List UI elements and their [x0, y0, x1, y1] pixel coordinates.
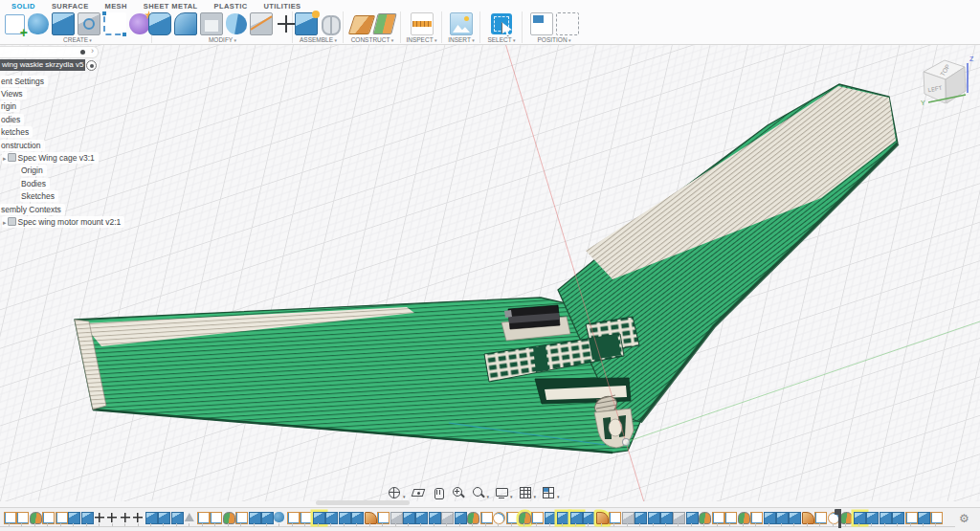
timeline-feature-extrude[interactable] — [403, 512, 415, 524]
timeline-feature-form[interactable] — [699, 512, 711, 524]
browser-item-label[interactable]: ▸Spec wing motor mount v2:1 — [2, 216, 124, 228]
tab-mesh[interactable]: MESH — [105, 2, 127, 11]
tab-solid[interactable]: SOLID — [11, 2, 35, 11]
timeline-feature-extrude[interactable] — [249, 512, 261, 524]
timeline-feature-extrude[interactable] — [918, 512, 930, 524]
toolbar-group-label[interactable]: INSERT — [443, 36, 479, 43]
nav-viewports[interactable]: ▾ — [541, 485, 560, 500]
browser-item-spec-wing-cage-v3-1[interactable]: ▸Spec Wing cage v3:1 — [2, 153, 99, 163]
timeline-feature-sketch[interactable] — [210, 512, 222, 524]
browser-item-rigin[interactable]: rigin — [0, 101, 20, 111]
timeline-feature-extrude[interactable] — [68, 512, 80, 524]
timeline-feature-sketch[interactable] — [235, 512, 248, 524]
nav-zoom[interactable] — [451, 485, 466, 500]
timeline-feature-move[interactable] — [133, 512, 144, 522]
toolbar-group-label[interactable]: MODIFY — [153, 36, 292, 43]
tab-sheet-metal[interactable]: SHEET METAL — [144, 2, 198, 11]
spline-icon[interactable] — [103, 12, 126, 35]
toolbar-group-label[interactable]: SELECT — [481, 36, 522, 43]
timeline-feature-form[interactable] — [467, 512, 479, 524]
chevron-down-icon[interactable]: ▾ — [557, 493, 560, 500]
timeline-feature-fillet[interactable] — [802, 512, 814, 524]
timeline-feature-sketch[interactable] — [930, 512, 943, 524]
revolve-icon[interactable] — [78, 12, 100, 35]
timeline-feature-sketch[interactable] — [609, 512, 621, 524]
timeline-feature-sketch[interactable] — [712, 512, 724, 524]
chevron-down-icon[interactable]: ▾ — [510, 493, 513, 500]
browser-item-onstruction[interactable]: onstruction — [0, 141, 45, 150]
toolbar-group-label[interactable]: POSITION — [523, 36, 585, 43]
chevron-down-icon[interactable]: ▾ — [403, 493, 406, 500]
grid-snaps-icon[interactable] — [518, 485, 533, 500]
timeline-feature-sketch[interactable] — [814, 512, 827, 524]
offset-plane-icon[interactable] — [347, 15, 374, 34]
timeline-feature-extrude[interactable] — [648, 512, 660, 524]
timeline-feature-extrude[interactable] — [261, 512, 274, 524]
press-pull-icon[interactable] — [148, 12, 171, 35]
timeline-feature-sketch[interactable] — [506, 512, 519, 524]
expand-arrow-icon[interactable]: ▸ — [3, 219, 7, 226]
browser-item-label[interactable]: ▸Spec Wing cage v3:1 — [2, 152, 99, 164]
timeline-feature-extrude[interactable] — [339, 512, 351, 524]
timeline-scrollbar[interactable] — [316, 500, 410, 505]
display-settings-icon[interactable] — [494, 485, 509, 500]
timeline-feature-sketch[interactable] — [56, 512, 68, 524]
expand-arrow-icon[interactable]: ▸ — [3, 155, 7, 162]
timeline-feature-sketch[interactable] — [750, 512, 763, 524]
tab-utilities[interactable]: UTILITIES — [264, 2, 301, 11]
timeline-playhead[interactable] — [838, 509, 841, 528]
timeline-feature-extrude[interactable] — [686, 512, 699, 524]
timeline-feature-extrude[interactable] — [776, 512, 789, 524]
timeline-feature-extrude[interactable] — [557, 512, 569, 524]
nav-orbit[interactable]: ▾ — [387, 485, 406, 500]
timeline-feature-extrude[interactable] — [351, 512, 364, 524]
zoom-icon[interactable] — [451, 485, 466, 500]
timeline-feature-extrude[interactable] — [415, 512, 428, 524]
chevron-down-icon[interactable]: ▾ — [487, 493, 490, 500]
browser-item-label[interactable]: odies — [0, 114, 24, 125]
browser-item-label[interactable]: onstruction — [0, 140, 45, 151]
new-component-icon[interactable] — [295, 12, 318, 35]
timeline-feature-fillet[interactable] — [365, 512, 377, 524]
timeline-feature-extrude[interactable] — [880, 512, 892, 524]
browser-item-label[interactable]: ent Settings — [0, 76, 48, 87]
nav-fit[interactable]: ▾ — [471, 485, 490, 500]
timeline-feature-box[interactable] — [622, 512, 635, 524]
chevron-down-icon[interactable]: ▾ — [534, 493, 537, 500]
construction-axis-icon[interactable] — [372, 13, 396, 34]
timeline-feature-box[interactable] — [441, 512, 454, 524]
timeline-feature-extrude[interactable] — [892, 512, 904, 524]
nav-look-at[interactable] — [411, 485, 426, 500]
create-form-icon[interactable] — [129, 13, 150, 34]
viewports-icon[interactable] — [541, 485, 556, 500]
timeline-feature-extrude[interactable] — [764, 512, 776, 524]
timeline-feature-extrude[interactable] — [866, 512, 879, 524]
select-icon[interactable] — [491, 13, 512, 34]
timeline-feature-extrude[interactable] — [145, 512, 158, 524]
timeline-feature-sketch[interactable] — [197, 512, 210, 524]
browser-item-label[interactable]: ketches — [0, 126, 33, 138]
shell-icon[interactable] — [200, 12, 223, 35]
timeline-feature-extrude[interactable] — [313, 512, 325, 524]
timeline-feature-move[interactable] — [107, 512, 118, 522]
timeline-feature-form[interactable] — [519, 512, 531, 524]
browser-item-sembly-contexts[interactable]: sembly Contexts — [0, 205, 65, 214]
fit-icon[interactable] — [471, 485, 486, 500]
browser-item-label[interactable]: Views — [0, 88, 27, 100]
timeline-feature-extrude[interactable] — [171, 512, 184, 524]
timeline-feature-sketch[interactable] — [287, 512, 300, 524]
timeline-feature-sketch[interactable] — [4, 512, 16, 524]
visibility-icon[interactable] — [86, 60, 97, 71]
timeline-feature-move[interactable] — [120, 512, 130, 522]
timeline-feature-sketch[interactable] — [905, 512, 918, 524]
timeline-feature-sketch[interactable] — [531, 512, 544, 524]
browser-item-odies[interactable]: odies — [0, 115, 24, 124]
browser-item-label[interactable]: Bodies — [20, 178, 50, 189]
timeline-feature-extrude[interactable] — [545, 512, 557, 524]
browser-item-ent-settings[interactable]: ent Settings — [0, 77, 48, 86]
timeline-feature-extrude[interactable] — [158, 512, 170, 524]
timeline-feature-extrude[interactable] — [660, 512, 673, 524]
toolbar-group-label[interactable]: CONSTRUCT — [345, 36, 400, 43]
timeline-feature-box[interactable] — [673, 512, 685, 524]
timeline-feature-extrude[interactable] — [583, 512, 595, 524]
